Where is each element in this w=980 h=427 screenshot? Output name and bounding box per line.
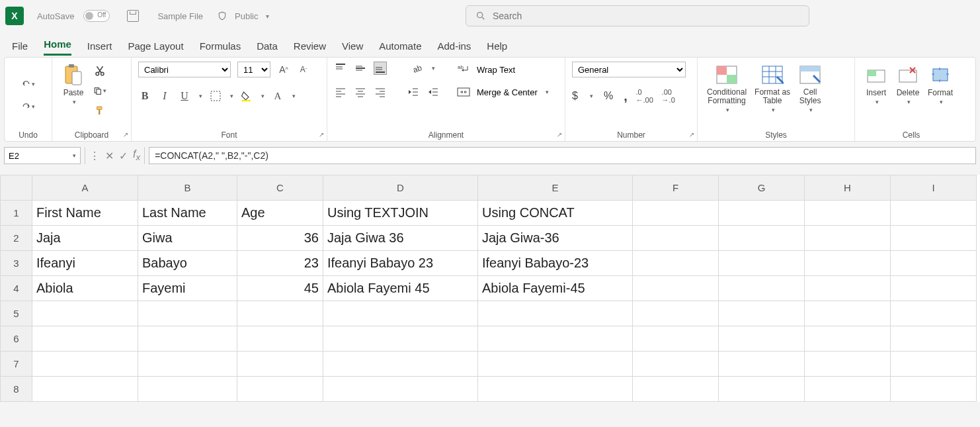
select-all-corner[interactable] [1,175,32,201]
cell[interactable]: Abiola [32,276,138,301]
cell[interactable] [805,352,891,377]
cell[interactable]: 23 [237,251,323,276]
cell[interactable]: Using CONCAT [478,201,633,226]
dialog-launcher-icon[interactable]: ↗ [318,132,325,138]
copy-button[interactable]: ▾ [93,84,106,97]
cell[interactable] [891,377,977,402]
tab-formulas[interactable]: Formulas [200,40,241,56]
row-header[interactable]: 3 [1,251,32,276]
cell[interactable] [32,377,138,402]
sensitivity-label[interactable]: Public [235,11,258,21]
cell[interactable] [633,326,719,352]
cell[interactable] [719,301,805,326]
cell[interactable] [323,352,478,377]
cell[interactable]: Giwa [138,226,237,251]
cell[interactable] [891,326,977,352]
format-painter-button[interactable] [93,104,106,117]
cell[interactable] [323,377,478,402]
col-header[interactable]: G [719,175,805,201]
cell[interactable] [138,326,237,352]
cell[interactable]: Abiola Fayemi-45 [478,276,633,301]
italic-button[interactable]: I [158,89,171,103]
tab-file[interactable]: File [12,40,28,56]
cell[interactable] [138,377,237,402]
cell[interactable] [633,201,719,226]
cell[interactable]: Ifeanyi Babayo 23 [323,251,478,276]
cell[interactable] [805,377,891,402]
cell[interactable] [633,251,719,276]
row-header[interactable]: 8 [1,377,32,402]
col-header[interactable]: F [633,175,719,201]
cell[interactable] [805,276,891,301]
cell[interactable]: Last Name [138,201,237,226]
cell[interactable] [237,326,323,352]
cell[interactable]: Ifeanyi [32,251,138,276]
formula-input[interactable]: =CONCAT(A2," ",B2,"-",C2) [149,147,976,164]
tab-automate[interactable]: Automate [379,40,421,56]
fx-icon[interactable]: fx [133,148,140,162]
save-icon[interactable] [127,10,139,22]
cell[interactable] [805,201,891,226]
redo-button[interactable]: ▾ [22,100,35,113]
cell[interactable] [891,276,977,301]
number-format-select[interactable]: General [572,62,686,77]
align-center-button[interactable] [354,85,367,99]
cell[interactable] [719,352,805,377]
font-name-select[interactable]: Calibri [138,62,231,77]
chevron-down-icon[interactable]: ▾ [266,13,269,20]
accounting-format-button[interactable]: $ [572,90,578,102]
cell[interactable]: Using TEXTJOIN [323,201,478,226]
cell[interactable] [237,352,323,377]
tab-view[interactable]: View [342,40,363,56]
row-header[interactable]: 7 [1,352,32,377]
align-right-button[interactable] [374,85,387,99]
increase-decimal-button[interactable]: .0←.00 [638,89,651,103]
tab-page-layout[interactable]: Page Layout [128,40,183,56]
dialog-launcher-icon[interactable]: ↗ [122,132,130,138]
cell[interactable] [633,276,719,301]
border-button[interactable] [209,89,222,103]
row-header[interactable]: 6 [1,326,32,352]
col-header[interactable]: B [138,175,237,201]
col-header[interactable]: C [237,175,323,201]
cut-button[interactable] [93,64,106,77]
increase-indent-button[interactable] [427,85,440,99]
cell[interactable] [805,301,891,326]
cell[interactable]: 45 [237,276,323,301]
cell[interactable] [633,226,719,251]
tab-help[interactable]: Help [487,40,507,56]
cell[interactable] [805,226,891,251]
row-header[interactable]: 5 [1,301,32,326]
col-header[interactable]: A [32,175,138,201]
undo-button[interactable]: ▾ [22,77,35,91]
cell[interactable] [478,326,633,352]
cell[interactable] [32,326,138,352]
bold-button[interactable]: B [138,89,151,103]
cell[interactable] [891,201,977,226]
col-header[interactable]: I [891,175,977,201]
cell[interactable]: Ifeanyi Babayo-23 [478,251,633,276]
search-box[interactable] [466,5,809,26]
cell[interactable]: Fayemi [138,276,237,301]
cell[interactable] [633,301,719,326]
spreadsheet-grid[interactable]: A B C D E F G H I 1 First Name Last Name… [0,175,980,402]
cell[interactable]: Jaja [32,226,138,251]
cell[interactable] [32,352,138,377]
merge-center-button[interactable]: Merge & Center▾ [457,85,549,99]
cell[interactable] [891,301,977,326]
tab-home[interactable]: Home [44,38,71,56]
align-left-button[interactable] [334,85,347,99]
row-header[interactable]: 2 [1,226,32,251]
cell[interactable] [323,326,478,352]
cell[interactable] [237,301,323,326]
autosave-toggle[interactable]: Off [83,10,110,22]
increase-font-button[interactable]: A^ [277,63,290,76]
cell[interactable] [719,226,805,251]
cell[interactable] [805,251,891,276]
comma-format-button[interactable]: , [624,93,628,99]
cell[interactable] [138,301,237,326]
decrease-font-button[interactable]: Aˇ [297,63,310,76]
cell[interactable] [478,301,633,326]
cell[interactable]: First Name [32,201,138,226]
tab-addins[interactable]: Add-ins [437,40,471,56]
